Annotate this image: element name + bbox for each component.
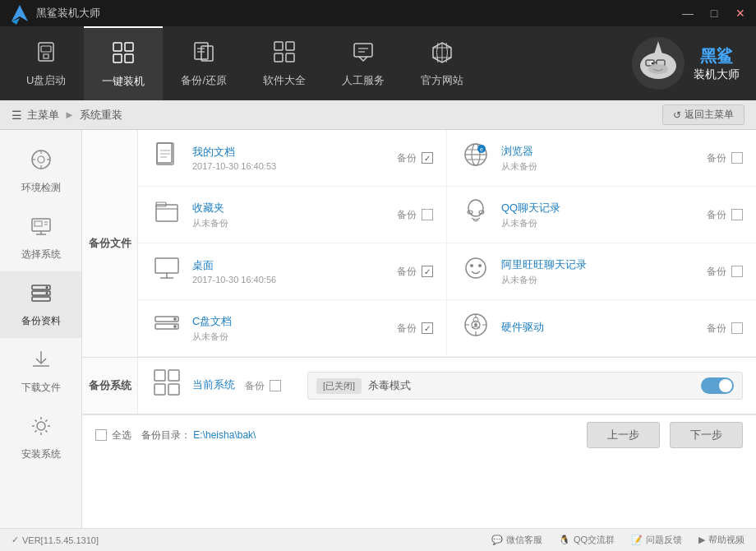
help-label: 帮助视频 [708,534,744,546]
brand-text: 黑鲨 装机大师 [694,45,740,82]
aliww-icon [460,253,491,289]
back-icon: ↺ [673,109,681,121]
driver-icon [460,310,491,346]
content-area: 备份文件 [82,130,756,528]
sidebar-label-env: 环境检测 [21,181,61,195]
nav-items: U盘启动 一键装机 [8,26,482,100]
svg-rect-38 [35,221,42,226]
prev-button[interactable]: 上一步 [587,422,660,448]
back-button[interactable]: ↺ 返回主菜单 [662,104,744,125]
svg-rect-90 [154,384,165,395]
svg-rect-5 [113,43,122,51]
backup-item-cdocs: C盘文档 从未备份 备份 [138,300,447,357]
system-backup-label: 备份 [245,379,265,393]
menu-icon: ☰ [12,109,22,122]
qq-info: QQ聊天记录 从未备份 [501,201,697,229]
sidebar-item-env[interactable]: 环境检测 [0,138,81,205]
backup-files-section: 备份文件 [82,130,756,358]
qq-checkbox[interactable] [731,209,743,220]
cdocs-name: C盘文档 [192,314,387,329]
svg-rect-15 [274,53,283,62]
nav-label-service: 人工服务 [342,73,385,88]
qq-link-label: QQ交流群 [574,534,615,546]
browser-checkbox[interactable] [731,152,743,164]
mydocs-name: 我的文档 [192,145,387,160]
nav-item-onekey[interactable]: 一键装机 [84,26,163,100]
usb-icon [34,39,58,68]
svg-point-83 [173,325,177,328]
qq-link[interactable]: 🐧 QQ交流群 [559,534,615,546]
favorites-name: 收藏夹 [192,201,387,215]
favorites-checkbox[interactable] [422,209,433,220]
breadcrumb-current: 系统重装 [80,108,122,123]
svg-point-82 [173,317,177,321]
backup-item-qq: QQ聊天记录 从未备份 备份 [447,187,756,243]
maximize-button[interactable]: □ [707,7,721,20]
mydocs-checkbox[interactable] [422,152,433,164]
aliww-info: 阿里旺旺聊天记录 从未备份 [501,257,697,286]
svg-point-30 [38,156,44,163]
system-info: 当前系统 [192,377,235,394]
nav-item-software[interactable]: 软件大全 [245,26,324,100]
driver-checkbox[interactable] [731,322,743,334]
help-link[interactable]: ▶ 帮助视频 [698,534,744,546]
svg-rect-14 [286,42,294,50]
brand-name1: 黑鲨 [694,45,740,67]
sidebar-label-backupdata: 备份资料 [21,314,61,328]
favorites-info: 收藏夹 从未备份 [192,201,387,229]
app-logo-icon [8,2,31,25]
title-bar-left: 黑鲨装机大师 [8,2,100,25]
svg-rect-69 [156,205,177,221]
svg-rect-8 [125,54,133,63]
backup-system-label: 备份系统 [82,358,138,414]
aliww-control: 备份 [707,265,743,279]
nav-item-service[interactable]: 人工服务 [324,26,403,100]
svg-rect-89 [168,370,179,381]
backup-item-mydocs: 我的文档 2017-10-30 16:40:53 备份 [138,130,447,187]
favorites-icon [151,197,182,233]
help-icon: ▶ [698,535,705,545]
version-text: VER[11.5.45.1310] [22,535,99,545]
qq-control: 备份 [707,208,743,222]
svg-rect-43 [32,297,50,301]
svg-rect-6 [125,43,133,51]
bottom-left: 全选 备份目录： E:\heisha\bak\ [95,428,256,442]
sidebar-item-selectsys[interactable]: 选择系统 [0,205,81,271]
system-name: 当前系统 [192,377,235,392]
browser-backup-label: 备份 [707,151,726,165]
svg-point-79 [478,264,482,267]
svg-rect-4 [44,54,48,58]
svg-point-45 [45,292,48,294]
next-button[interactable]: 下一步 [670,422,743,448]
sidebar-item-install[interactable]: 安装系统 [0,405,81,471]
select-all-checkbox[interactable] [95,429,107,441]
system-checkbox[interactable] [270,380,281,391]
wechat-icon: 💬 [491,535,503,545]
antivirus-area: [已关闭] 杀毒模式 [294,362,756,410]
qq-status-icon: 🐧 [559,535,570,545]
cdocs-info: C盘文档 从未备份 [192,314,387,343]
aliww-checkbox[interactable] [731,266,743,277]
svg-rect-88 [154,370,165,381]
svg-line-54 [45,430,47,432]
browser-control: 备份 [707,151,743,165]
feedback-link[interactable]: 📝 问题反馈 [631,534,682,546]
nav-item-website[interactable]: 官方网站 [403,26,482,100]
nav-item-backup[interactable]: 备份/还原 [163,26,245,100]
nav-item-usb[interactable]: U盘启动 [8,26,84,100]
breadcrumb-separator: ► [64,109,75,121]
svg-point-24 [652,63,654,65]
aliww-name: 阿里旺旺聊天记录 [501,257,697,272]
backup-dir-path[interactable]: E:\heisha\bak\ [193,429,256,441]
cdocs-date: 从未备份 [192,331,387,343]
sidebar-item-backupdata[interactable]: 备份资料 [0,271,81,338]
desktop-checkbox[interactable] [422,266,433,277]
minimize-button[interactable]: — [680,7,695,20]
wechat-link[interactable]: 💬 微信客服 [491,534,542,546]
close-button[interactable]: ✕ [733,7,748,20]
cdocs-checkbox[interactable] [422,322,433,334]
antivirus-toggle[interactable] [701,377,734,394]
sidebar-item-download[interactable]: 下载文件 [0,338,81,405]
svg-point-86 [474,323,477,326]
back-label: 返回主菜单 [685,108,734,122]
